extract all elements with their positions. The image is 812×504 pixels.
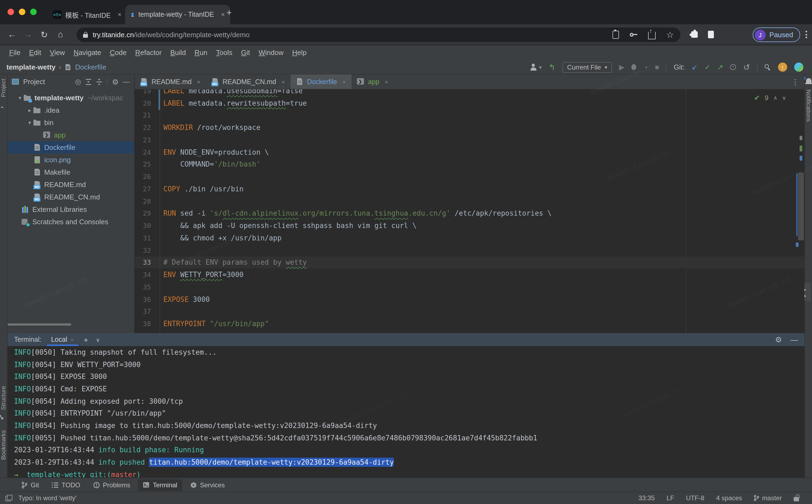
url-bar[interactable]: try.titanide.cn/ide/web/coding/template-… — [77, 27, 680, 42]
stripe-mark-green[interactable] — [800, 146, 802, 151]
menu-item[interactable]: View — [46, 47, 69, 58]
menu-item[interactable]: Edit — [25, 47, 45, 58]
search-icon[interactable] — [765, 64, 771, 70]
inspections-widget[interactable]: ✔ 9 ∧ ∨ — [754, 94, 786, 102]
tree-row[interactable]: External Libraries — [8, 203, 134, 216]
debug-bug-icon[interactable] — [631, 64, 636, 70]
menu-item[interactable]: File — [5, 47, 24, 58]
menu-item[interactable]: Window — [255, 47, 287, 58]
stripe-project-label[interactable]: Project — [0, 79, 6, 97]
tab-list-more-icon[interactable]: ⋮ — [792, 74, 804, 89]
undo-icon[interactable]: ↺ — [743, 62, 750, 72]
window-close-button[interactable] — [8, 9, 14, 15]
toolwindow-problems[interactable]: Problems — [88, 479, 135, 491]
share-icon[interactable] — [648, 32, 655, 39]
new-tab-button[interactable]: + — [226, 8, 232, 18]
tree-arrow-icon[interactable]: ▾ — [16, 95, 24, 101]
back-icon[interactable]: ← — [5, 28, 18, 41]
tree-row[interactable]: Dockerfile — [8, 141, 134, 154]
stripe-notifications-label[interactable]: Notifications — [806, 89, 812, 122]
stripe-mark-gray[interactable] — [800, 136, 802, 140]
password-key-icon[interactable] — [629, 31, 637, 39]
toolwindow-terminal[interactable]: Terminal — [138, 479, 182, 491]
git-commit-icon[interactable]: ✓ — [704, 63, 710, 71]
stripe-mark-blue[interactable] — [800, 156, 802, 161]
editor-tab-dockerfile[interactable]: Dockerfile × — [290, 74, 351, 89]
browser-tab-inactive[interactable]: <t> 模板 - TitanIDE × — [47, 5, 128, 24]
window-zoom-button[interactable] — [30, 9, 37, 15]
tree-arrow-icon[interactable]: ▾ — [26, 120, 33, 126]
clipboard-icon[interactable] — [612, 31, 619, 39]
caret-position[interactable]: 33:35 — [638, 494, 655, 502]
tab-close-icon[interactable]: × — [221, 11, 225, 18]
collapse-all-icon[interactable] — [96, 78, 103, 85]
terminal-settings-gear-icon[interactable]: ⚙ — [775, 335, 782, 344]
menu-item[interactable]: Refactor — [131, 47, 165, 58]
tree-row[interactable]: Makefile — [8, 166, 134, 178]
stop-icon[interactable]: ■ — [655, 63, 659, 71]
terminal-tab-close-icon[interactable]: × — [70, 336, 74, 343]
terminal-output[interactable]: INFO[0050] Taking snapshot of full files… — [8, 346, 804, 478]
breadcrumb-project[interactable]: template-wetty — [6, 63, 56, 71]
browser-tab-active[interactable]: template-wetty - TitanIDE × — [125, 5, 230, 24]
lock-icon[interactable] — [83, 34, 88, 38]
hide-panel-icon[interactable]: — — [123, 78, 130, 86]
tree-arrow-icon[interactable]: ▸ — [26, 107, 33, 113]
reload-icon[interactable]: ↻ — [38, 28, 51, 41]
git-history-icon[interactable] — [730, 64, 736, 70]
terminal-minimize-icon[interactable]: — — [790, 335, 798, 344]
terminal-dropdown-icon[interactable]: ∨ — [96, 337, 100, 343]
tab-close-icon[interactable]: × — [342, 78, 346, 85]
expand-all-icon[interactable] — [85, 78, 92, 85]
tree-row[interactable]: README_CN.md — [8, 191, 134, 203]
extensions-puzzle-icon[interactable] — [688, 28, 701, 41]
line-separator[interactable]: LF — [667, 494, 674, 502]
window-minimize-button[interactable] — [19, 9, 25, 15]
editor-tab-readme-cn[interactable]: README_CN.md × — [206, 74, 291, 89]
menu-item[interactable]: Tools — [212, 47, 236, 58]
run-icon[interactable]: ▶ — [619, 63, 624, 71]
profile-paused-button[interactable]: J Paused — [753, 27, 800, 42]
forward-icon[interactable]: → — [22, 28, 35, 41]
home-icon[interactable]: ⌂ — [54, 28, 67, 41]
file-encoding[interactable]: UTF-8 — [686, 494, 704, 502]
code-area[interactable]: 19LABEL metadata.usesubdomain=false 20LA… — [135, 89, 804, 333]
toolwindow-git[interactable]: Git — [16, 479, 44, 491]
tab-close-icon[interactable]: × — [197, 78, 201, 85]
gear-icon[interactable]: ⚙ — [112, 77, 119, 86]
unlock-icon[interactable] — [794, 497, 799, 501]
tab-close-icon[interactable]: × — [281, 78, 285, 85]
stripe-structure-label[interactable]: Structure — [0, 386, 6, 410]
profiler-icon[interactable]: ◔ — [643, 63, 648, 71]
structure-icon[interactable] — [1, 417, 6, 423]
stripe-mark-blue2[interactable] — [796, 243, 799, 247]
tree-row[interactable]: ▸ .idea — [8, 104, 134, 116]
breadcrumb-file[interactable]: Dockerfile — [75, 63, 106, 71]
user-dropdown-icon[interactable]: ▾ — [539, 64, 542, 70]
side-panel-icon[interactable] — [704, 28, 717, 41]
git-push-icon[interactable]: ↗ — [717, 63, 723, 71]
git-update-icon[interactable]: ↙ — [691, 63, 697, 71]
menu-item[interactable]: Build — [167, 47, 190, 58]
ide-settings-ball-icon[interactable] — [794, 63, 803, 72]
menu-item[interactable]: Run — [191, 47, 211, 58]
menu-item[interactable]: Help — [288, 47, 311, 58]
editor-tab-app[interactable]: app × — [351, 74, 394, 89]
menu-item[interactable]: Navigate — [70, 47, 105, 58]
bookmarks-icon[interactable] — [1, 466, 6, 471]
tree-row[interactable]: Scratches and Consoles — [8, 216, 134, 228]
locate-file-icon[interactable]: ◎ — [75, 78, 81, 86]
restore-windows-icon[interactable] — [5, 495, 12, 501]
tree-row[interactable]: ▾ bin — [8, 116, 134, 129]
browser-menu-icon[interactable] — [802, 30, 810, 39]
project-folder-icon[interactable] — [1, 108, 6, 113]
tree-row[interactable]: icon.png — [8, 154, 134, 166]
editor-scrollbar-thumb[interactable] — [798, 172, 804, 240]
menu-item[interactable]: Git — [237, 47, 254, 58]
terminal-tab-local[interactable]: Local × — [49, 333, 76, 346]
upgrade-icon[interactable]: ↑ — [778, 63, 787, 72]
editor-tab-readme[interactable]: README.md × — [135, 74, 206, 89]
tree-row[interactable]: README.md — [8, 178, 134, 191]
stripe-bookmarks-label[interactable]: Bookmarks — [0, 430, 6, 460]
tree-row[interactable]: ▾ template-wetty ~/workspac — [8, 92, 134, 104]
